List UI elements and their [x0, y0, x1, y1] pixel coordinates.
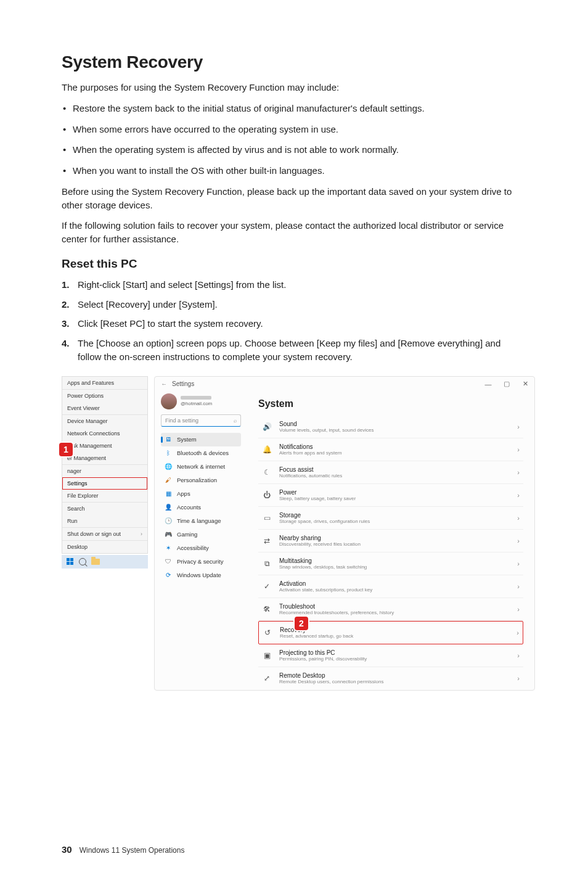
setting-row-focus-assist[interactable]: ☾Focus assistNotifications, automatic ru… — [258, 461, 523, 484]
setting-row-title: Projecting to this PC — [279, 649, 510, 656]
sidebar-item-label: Bluetooth & devices — [177, 450, 229, 456]
user-account-row[interactable]: @hotmail.com — [161, 393, 241, 409]
sidebar-item-network-internet[interactable]: 🌐Network & internet — [161, 460, 241, 474]
setting-row-subtitle: Activation state, subscriptions, product… — [279, 587, 510, 593]
sidebar-item-accessibility[interactable]: ✶Accessibility — [161, 541, 241, 555]
chevron-right-icon: › — [517, 514, 520, 522]
sidebar-item-label: Personalization — [177, 477, 217, 483]
sidebar-item-personalization[interactable]: 🖌Personalization — [161, 474, 241, 487]
sidebar-item-label: Privacy & security — [177, 558, 224, 565]
setting-row-nearby-sharing[interactable]: ⇄Nearby sharingDiscoverability, received… — [258, 530, 523, 552]
context-menu-item[interactable]: Event Viewer — [62, 402, 147, 414]
page-number: 30 — [62, 844, 72, 855]
window-title: Settings — [172, 380, 194, 387]
setting-row-multitasking[interactable]: ⧉MultitaskingSnap windows, desktops, tas… — [258, 552, 523, 575]
explorer-icon[interactable] — [91, 559, 100, 565]
setting-row-title: Nearby sharing — [279, 535, 510, 541]
chevron-right-icon: › — [517, 537, 520, 544]
chevron-right-icon: › — [517, 446, 520, 453]
search-placeholder: Find a setting — [165, 417, 198, 424]
context-menu-item[interactable]: Power Options — [62, 389, 147, 402]
window-titlebar: ← Settings — [155, 377, 534, 391]
bullet-item: When you want to install the OS with oth… — [62, 164, 526, 178]
power-icon: ⏻ — [262, 491, 272, 499]
sidebar-item-apps[interactable]: ▦Apps — [161, 487, 241, 501]
context-menu-item[interactable]: File Explorer — [62, 490, 147, 502]
sidebar-item-gaming[interactable]: 🎮Gaming — [161, 528, 241, 541]
setting-row-subtitle: Sleep, battery usage, battery saver — [279, 496, 510, 501]
context-menu-item[interactable]: Device Manager — [62, 414, 147, 427]
start-icon[interactable] — [67, 558, 74, 565]
accessibility-icon: ✶ — [165, 544, 172, 552]
footer-text: Windows 11 System Operations — [80, 846, 185, 855]
chevron-right-icon: › — [517, 491, 520, 499]
setting-row-subtitle: Alerts from apps and system — [279, 450, 510, 456]
sidebar-item-label: Network & internet — [177, 463, 225, 470]
chevron-right-icon: › — [517, 469, 520, 476]
page-footer: 30 Windows 11 System Operations — [62, 844, 184, 855]
context-menu-item[interactable]: Shut down or sign out — [62, 527, 147, 540]
close-button[interactable]: ✕ — [516, 377, 534, 392]
settings-search-input[interactable]: Find a setting ⌕ — [161, 414, 241, 427]
sidebar-item-label: Accounts — [177, 504, 201, 511]
chevron-right-icon: › — [517, 423, 520, 430]
nearby-sharing-icon: ⇄ — [262, 536, 272, 545]
context-menu-item[interactable]: nager — [62, 464, 147, 477]
system-heading: System — [258, 398, 523, 409]
bluetooth-devices-icon: ᛒ — [165, 450, 172, 457]
context-menu-item[interactable]: er Management — [62, 452, 147, 464]
setting-row-subtitle: Reset, advanced startup, go back — [280, 633, 509, 639]
sidebar-item-bluetooth-devices[interactable]: ᛒBluetooth & devices — [161, 446, 241, 460]
sidebar-item-time-language[interactable]: 🕒Time & language — [161, 514, 241, 528]
sidebar-item-label: System — [177, 436, 197, 443]
setting-row-title: Multitasking — [279, 557, 510, 564]
setting-row-remote-desktop[interactable]: ⤢Remote DesktopRemote Desktop users, con… — [258, 667, 523, 688]
sidebar-item-windows-update[interactable]: ⟳Windows Update — [161, 569, 241, 582]
activation-icon: ✓ — [262, 582, 272, 591]
maximize-button[interactable]: ▢ — [497, 377, 516, 392]
screenshot-composite: Apps and Features Power Options Event Vi… — [62, 376, 535, 697]
setting-row-power[interactable]: ⏻PowerSleep, battery usage, battery save… — [258, 484, 523, 507]
context-menu-item[interactable]: Desktop — [62, 540, 147, 553]
setting-row-title: Remote Desktop — [279, 672, 510, 679]
setting-row-storage[interactable]: ▭StorageStorage space, drives, configura… — [258, 507, 523, 530]
setting-row-title: Sound — [279, 421, 510, 427]
windows-update-icon: ⟳ — [165, 572, 172, 579]
user-email: @hotmail.com — [181, 401, 212, 406]
context-menu-item[interactable]: Disk Management — [62, 440, 147, 452]
setting-row-projecting-to-this-pc[interactable]: ▣Projecting to this PCPermissions, pairi… — [258, 644, 523, 667]
context-menu-item[interactable]: Run — [62, 515, 147, 527]
sidebar-item-privacy-security[interactable]: 🛡Privacy & security — [161, 555, 241, 569]
troubleshoot-icon: 🛠 — [262, 605, 272, 614]
apps-icon: ▦ — [165, 490, 172, 498]
setting-row-activation[interactable]: ✓ActivationActivation state, subscriptio… — [258, 575, 523, 598]
setting-row-subtitle: Recommended troubleshooters, preferences… — [279, 610, 510, 615]
setting-row-subtitle: Remote Desktop users, connection permiss… — [279, 679, 510, 684]
context-menu-settings[interactable]: Settings — [62, 477, 147, 490]
chevron-right-icon: › — [517, 560, 520, 567]
settings-main-panel: System 🔊SoundVolume levels, output, inpu… — [247, 391, 534, 688]
sidebar-item-label: Time & language — [177, 517, 221, 524]
setting-row-title: Focus assist — [279, 466, 510, 473]
step-item: Select [Recovery] under [System]. — [62, 298, 526, 311]
setting-row-sound[interactable]: 🔊SoundVolume levels, output, input, soun… — [258, 416, 523, 438]
setting-row-notifications[interactable]: 🔔NotificationsAlerts from apps and syste… — [258, 438, 523, 461]
sidebar-item-system[interactable]: 🖥System — [161, 433, 241, 446]
sidebar-item-accounts[interactable]: 👤Accounts — [161, 501, 241, 514]
privacy-security-icon: 🛡 — [165, 558, 172, 565]
chevron-right-icon: › — [517, 675, 520, 682]
context-menu-item[interactable]: Search — [62, 502, 147, 515]
window-controls: — ▢ ✕ — [479, 377, 534, 392]
projecting-to-this-pc-icon: ▣ — [262, 651, 272, 660]
back-icon[interactable]: ← — [161, 380, 167, 387]
context-menu-item[interactable]: Apps and Features — [62, 377, 147, 389]
bullet-item: Restore the system back to the initial s… — [62, 102, 526, 115]
user-name-placeholder — [181, 396, 211, 400]
context-menu-item[interactable]: Network Connections — [62, 427, 147, 440]
start-context-menu: Apps and Features Power Options Event Vi… — [62, 376, 148, 554]
minimize-button[interactable]: — — [479, 377, 497, 392]
search-icon[interactable] — [79, 558, 86, 565]
setting-row-subtitle: Permissions, pairing PIN, discoverabilit… — [279, 656, 510, 662]
accounts-icon: 👤 — [165, 504, 172, 511]
setting-row-title: Activation — [279, 580, 510, 587]
